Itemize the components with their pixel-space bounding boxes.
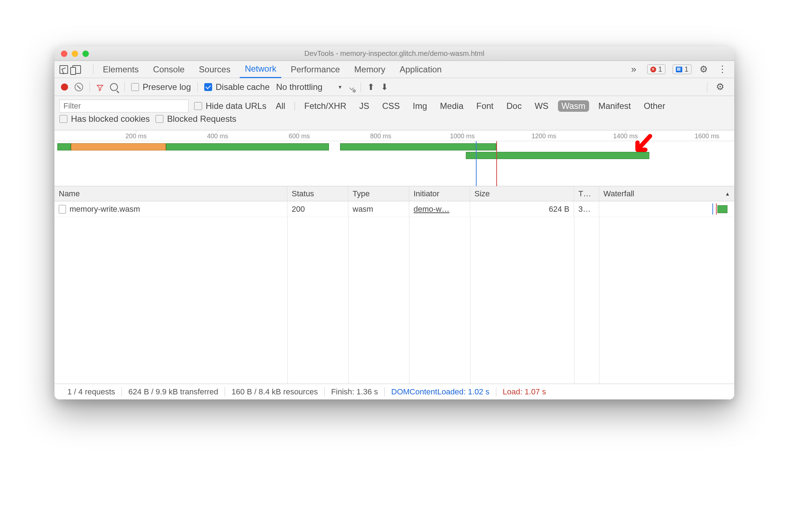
table-header: Name Status Type Initiator Size T… Water… (54, 186, 734, 201)
record-button[interactable] (61, 83, 68, 91)
window-title: DevTools - memory-inspector.glitch.me/de… (54, 49, 734, 58)
tab-network[interactable]: Network (240, 61, 281, 78)
initiator-link[interactable]: demo-w… (414, 205, 449, 214)
sort-asc-icon: ▲ (725, 191, 730, 197)
close-window-button[interactable] (61, 51, 67, 57)
filter-type-media[interactable]: Media (436, 100, 467, 112)
status-load: Load: 1.07 s (496, 387, 553, 397)
filter-type-css[interactable]: CSS (378, 100, 403, 112)
network-conditions-icon[interactable]: ⌵ (349, 82, 354, 92)
panel-tabs: Elements Console Sources Network Perform… (54, 61, 734, 78)
status-finish: Finish: 1.36 s (325, 387, 384, 397)
filter-type-ws[interactable]: WS (531, 100, 552, 112)
col-waterfall[interactable]: Waterfall▲ (599, 186, 734, 201)
filter-bar: Hide data URLs All Fetch/XHR JS CSS Img … (54, 96, 734, 130)
throttling-select[interactable]: No throttling▼ (276, 82, 342, 92)
col-status[interactable]: Status (287, 186, 348, 201)
filter-type-doc[interactable]: Doc (503, 100, 525, 112)
status-requests: 1 / 4 requests (61, 387, 121, 397)
tab-performance[interactable]: Performance (286, 61, 345, 78)
settings-gear-icon[interactable]: ⚙ (696, 64, 711, 75)
zoom-window-button[interactable] (82, 51, 89, 57)
filter-input[interactable] (59, 100, 188, 112)
clear-button[interactable] (75, 83, 83, 91)
blocked-cookies-control[interactable]: Has blocked cookies (59, 114, 150, 124)
download-har-icon[interactable]: ⬇ (381, 82, 388, 92)
col-type[interactable]: Type (348, 186, 409, 201)
col-name[interactable]: Name (54, 186, 287, 201)
preserve-log-checkbox[interactable] (131, 83, 139, 91)
blocked-cookies-checkbox[interactable] (59, 115, 67, 123)
col-initiator[interactable]: Initiator (409, 186, 470, 201)
tab-console[interactable]: Console (148, 61, 190, 78)
filter-type-all[interactable]: All (272, 100, 289, 112)
search-icon[interactable] (110, 83, 118, 91)
window-controls (61, 51, 89, 57)
errors-badge[interactable]: ✕1 (647, 64, 665, 74)
status-transferred: 624 B / 9.9 kB transferred (122, 387, 225, 397)
tab-application[interactable]: Application (395, 61, 446, 78)
message-icon (676, 67, 682, 72)
col-size[interactable]: Size (470, 186, 574, 201)
filter-toggle-icon[interactable] (96, 83, 104, 91)
tab-memory[interactable]: Memory (349, 61, 391, 78)
tab-sources[interactable]: Sources (194, 61, 235, 78)
toggle-device-toolbar-icon[interactable] (72, 65, 81, 74)
file-icon (59, 205, 66, 213)
inspect-element-icon[interactable] (59, 65, 68, 74)
tabs-overflow-button[interactable]: » (627, 64, 640, 75)
error-icon: ✕ (650, 67, 656, 72)
filter-type-other[interactable]: Other (640, 100, 669, 112)
filter-type-font[interactable]: Font (473, 100, 497, 112)
disable-cache-control[interactable]: Disable cache (204, 82, 270, 92)
filter-type-fetch[interactable]: Fetch/XHR (301, 100, 350, 112)
chevron-down-icon: ▼ (338, 84, 343, 90)
upload-har-icon[interactable]: ⬆ (367, 82, 374, 92)
filter-type-js[interactable]: JS (355, 100, 373, 112)
status-bar: 1 / 4 requests 624 B / 9.9 kB transferre… (54, 384, 734, 399)
network-toolbar: Preserve log Disable cache No throttling… (54, 78, 734, 96)
timeline-overview[interactable]: 200 ms 400 ms 600 ms 800 ms 1000 ms 1200… (54, 130, 734, 186)
network-settings-gear-icon[interactable]: ⚙ (712, 81, 728, 92)
preserve-log-control[interactable]: Preserve log (131, 82, 191, 92)
hide-data-urls-control[interactable]: Hide data URLs (194, 101, 266, 111)
col-time[interactable]: T… (574, 186, 599, 201)
tab-elements[interactable]: Elements (98, 61, 144, 78)
filter-type-img[interactable]: Img (409, 100, 431, 112)
messages-badge[interactable]: 1 (673, 64, 692, 74)
titlebar: DevTools - memory-inspector.glitch.me/de… (54, 47, 734, 61)
disable-cache-checkbox[interactable] (204, 83, 212, 91)
filter-type-manifest[interactable]: Manifest (595, 100, 635, 112)
status-resources: 160 B / 8.4 kB resources (225, 387, 324, 397)
table-empty-area (54, 217, 734, 384)
blocked-requests-control[interactable]: Blocked Requests (156, 114, 236, 124)
filter-type-wasm[interactable]: Wasm (558, 100, 589, 112)
hide-data-urls-checkbox[interactable] (194, 102, 202, 110)
minimize-window-button[interactable] (72, 51, 78, 57)
more-menu-icon[interactable]: ⋮ (716, 64, 729, 75)
status-dcl: DOMContentLoaded: 1.02 s (385, 387, 496, 397)
blocked-requests-checkbox[interactable] (156, 115, 163, 123)
table-row[interactable]: memory-write.wasm 200 wasm demo-w… 624 B… (54, 201, 734, 217)
